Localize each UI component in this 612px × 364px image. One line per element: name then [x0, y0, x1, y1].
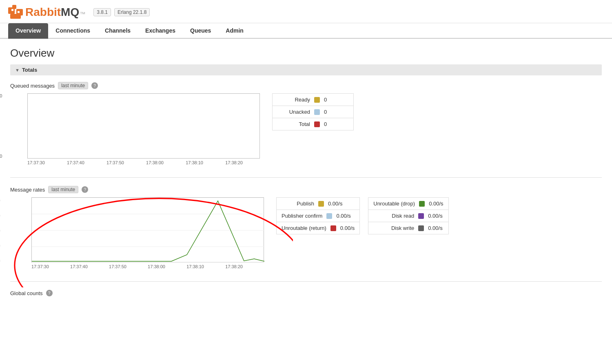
unroutable-return-color — [330, 225, 336, 231]
message-rates-chart-svg — [32, 198, 264, 263]
queued-messages-legend-ready: Ready 0 — [272, 93, 354, 106]
publish-color — [318, 201, 324, 207]
queued-messages-help-icon[interactable]: ? — [91, 82, 98, 89]
logo: RabbitMQ™ — [8, 5, 85, 20]
message-rates-chart-row: 2.0/s 1.5/s 1.0/s 0.5/s 0.0/s — [10, 197, 602, 269]
svg-rect-4 — [11, 9, 13, 11]
message-rates-help-icon[interactable]: ? — [82, 186, 88, 193]
page-title: Overview — [10, 47, 602, 60]
content: Overview ▼ Totals Queued messages last m… — [0, 39, 612, 304]
svg-rect-1 — [12, 5, 16, 9]
queued-messages-chart-row: 1.0 0.0 17:37:30 17:37:40 17:37:50 17:38… — [10, 93, 602, 165]
nav-overview[interactable]: Overview — [8, 23, 48, 39]
message-rates-x-labels: 17:37:30 17:37:40 17:37:50 17:38:00 17:3… — [10, 263, 243, 269]
rabbitmq-logo-icon — [8, 5, 23, 20]
legend-unroutable-return: Unroutable (return) 0.00/s — [276, 222, 360, 234]
section-divider-1 — [10, 177, 602, 178]
nav-exchanges[interactable]: Exchanges — [138, 23, 183, 39]
unacked-color — [314, 109, 320, 115]
queued-messages-chart-box — [27, 93, 260, 159]
legend-publish: Publish 0.00/s — [276, 197, 360, 210]
ready-color — [314, 97, 320, 103]
svg-rect-5 — [18, 11, 20, 13]
svg-rect-3 — [10, 14, 21, 19]
nav-channels[interactable]: Channels — [98, 23, 138, 39]
erlang-badge: Erlang 22.1.8 — [114, 8, 150, 16]
logo-text: RabbitMQ™ — [25, 6, 85, 19]
totals-section-header[interactable]: ▼ Totals — [10, 64, 602, 75]
message-rates-chart-container: 2.0/s 1.5/s 1.0/s 0.5/s 0.0/s — [10, 197, 264, 269]
disk-read-color — [418, 213, 424, 219]
disk-write-color — [418, 225, 424, 231]
publisher-confirm-color — [326, 213, 332, 219]
nav-connections[interactable]: Connections — [48, 23, 98, 39]
queued-messages-y-labels: 1.0 0.0 — [0, 93, 2, 159]
message-rates-legend-left: Publish 0.00/s Publisher confirm 0.00/s … — [276, 197, 360, 234]
totals-arrow-icon: ▼ — [15, 68, 20, 73]
nav: Overview Connections Channels Exchanges … — [0, 23, 612, 39]
header: RabbitMQ™ 3.8.1 Erlang 22.1.8 — [0, 0, 612, 23]
queued-messages-legend-unacked: Unacked 0 — [272, 106, 354, 118]
queued-messages-badge[interactable]: last minute — [58, 82, 88, 89]
message-rates-legend-right: Unroutable (drop) 0.00/s Disk read 0.00/… — [368, 197, 448, 234]
nav-queues[interactable]: Queues — [183, 23, 218, 39]
global-counts-label: Global counts ? — [10, 290, 602, 296]
message-rates-section: Message rates last minute ? 2.0/s 1.5/s … — [10, 186, 602, 269]
message-rates-label: Message rates last minute ? — [10, 186, 602, 193]
legend-unroutable-drop: Unroutable (drop) 0.00/s — [368, 197, 448, 210]
legend-disk-read: Disk read 0.00/s — [368, 210, 448, 222]
queued-messages-legend: Ready 0 Unacked 0 Total 0 — [272, 93, 354, 130]
total-color — [314, 121, 320, 127]
queued-messages-legend-total: Total 0 — [272, 118, 354, 130]
legend-publisher-confirm: Publisher confirm 0.00/s — [276, 210, 360, 222]
message-rates-badge[interactable]: last minute — [48, 186, 78, 193]
queued-messages-label: Queued messages last minute ? — [10, 82, 602, 89]
totals-title: Totals — [22, 67, 37, 73]
queued-messages-section: Queued messages last minute ? 1.0 0.0 17… — [10, 82, 602, 165]
message-rates-legend: Publish 0.00/s Publisher confirm 0.00/s … — [276, 197, 449, 234]
queued-messages-x-labels: 17:37:30 17:37:40 17:37:50 17:38:00 17:3… — [10, 159, 243, 165]
message-rates-chart-box — [31, 197, 264, 263]
message-rates-y-labels: 2.0/s 1.5/s 1.0/s 0.5/s 0.0/s — [0, 197, 0, 263]
version-badge: 3.8.1 — [93, 8, 111, 16]
section-divider-2 — [10, 281, 602, 282]
unroutable-drop-color — [419, 201, 425, 207]
global-counts-section: Global counts ? — [10, 290, 602, 296]
nav-admin[interactable]: Admin — [218, 23, 251, 39]
legend-disk-write: Disk write 0.00/s — [368, 222, 448, 234]
global-counts-help-icon[interactable]: ? — [46, 290, 53, 296]
queued-messages-chart-container: 1.0 0.0 17:37:30 17:37:40 17:37:50 17:38… — [10, 93, 260, 165]
